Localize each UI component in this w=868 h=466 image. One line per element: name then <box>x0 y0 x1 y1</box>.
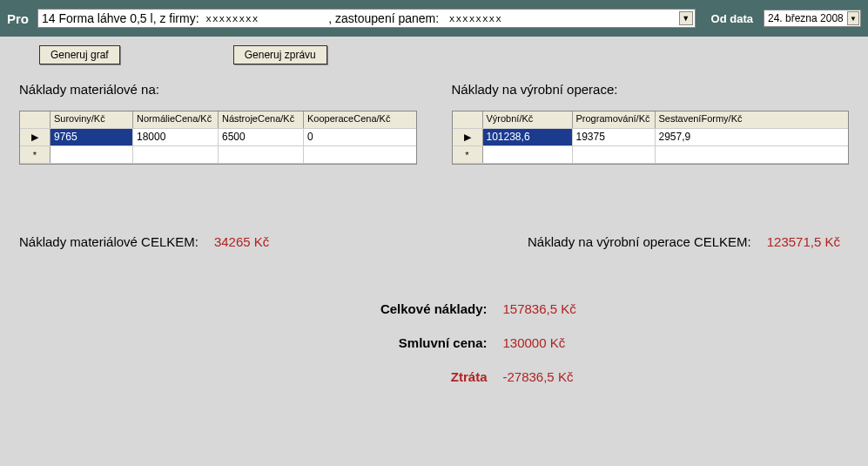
cell[interactable] <box>50 146 133 163</box>
col-header[interactable]: NormálieCena/Kč <box>133 111 219 128</box>
row-new-icon[interactable]: * <box>20 146 50 163</box>
row-selector-header <box>20 111 50 128</box>
cell[interactable] <box>483 146 573 163</box>
loss-label: Ztráta <box>244 369 488 384</box>
col-header[interactable]: Suroviny/Kč <box>50 111 133 128</box>
date-combo[interactable]: 24. března 2008 ▼ <box>764 10 861 27</box>
cell[interactable]: 101238,6 <box>483 129 573 145</box>
total-cost-label: Celkové náklady: <box>244 301 488 316</box>
top-bar: Pro 14 Forma láhve 0,5 l, z firmy: xxxxx… <box>0 0 868 37</box>
row-selector-header <box>453 111 483 128</box>
cell[interactable] <box>304 146 404 163</box>
operations-grid[interactable]: Výrobní/Kč Programování/Kč SestaveníForm… <box>452 111 850 165</box>
table-row[interactable]: ▶ 101238,6 19375 2957,9 <box>453 129 849 146</box>
main-combo-mask1: xxxxxxxx <box>205 13 259 24</box>
cell[interactable]: 2957,9 <box>656 129 749 145</box>
grid-header-row: Suroviny/Kč NormálieCena/Kč NástrojeCena… <box>20 111 416 129</box>
operations-total-label: Náklady na výrobní operace CELKEM: <box>528 234 751 249</box>
chevron-down-icon[interactable]: ▼ <box>679 11 693 25</box>
main-combo[interactable]: 14 Forma láhve 0,5 l, z firmy: xxxxxxxx … <box>37 9 696 28</box>
total-cost-value: 157836,5 Kč <box>503 301 625 316</box>
pro-label: Pro <box>7 11 29 26</box>
cell[interactable] <box>133 146 219 163</box>
col-header[interactable]: Výrobní/Kč <box>483 111 573 128</box>
table-row[interactable]: ▶ 9765 18000 6500 0 <box>20 129 416 146</box>
generate-report-button[interactable]: Generuj zprávu <box>233 45 327 64</box>
chevron-down-icon[interactable]: ▼ <box>847 11 859 25</box>
grid-header-row: Výrobní/Kč Programování/Kč SestaveníForm… <box>453 111 849 129</box>
material-grid[interactable]: Suroviny/Kč NormálieCena/Kč NástrojeCena… <box>19 111 417 165</box>
material-total-value: 34265 Kč <box>214 234 269 249</box>
loss-value: -27836,5 Kč <box>503 369 625 384</box>
main-combo-prefix: 14 Forma láhve 0,5 l, z firmy: <box>42 11 199 25</box>
main-combo-mid: , zastoupení panem: <box>328 11 439 25</box>
col-header[interactable]: KooperaceCena/Kč <box>304 111 404 128</box>
cell[interactable]: 18000 <box>133 129 219 145</box>
col-header[interactable]: NástrojeCena/Kč <box>219 111 304 128</box>
row-pointer-icon[interactable]: ▶ <box>20 129 50 145</box>
cell[interactable]: 6500 <box>219 129 304 145</box>
cell[interactable]: 0 <box>304 129 404 145</box>
row-pointer-icon[interactable]: ▶ <box>453 129 483 145</box>
material-costs-title: Náklady materiálové na: <box>19 82 417 97</box>
operation-costs-title: Náklady na výrobní operace: <box>452 82 850 97</box>
generate-graph-button[interactable]: Generuj graf <box>39 45 120 64</box>
od-data-label: Od data <box>711 12 753 25</box>
material-total-label: Náklady materiálové CELKEM: <box>19 234 198 249</box>
button-row: Generuj graf Generuj zprávu <box>0 37 868 73</box>
col-header[interactable]: Programování/Kč <box>573 111 656 128</box>
table-row-new[interactable]: * <box>20 146 416 164</box>
operations-total-value: 123571,5 Kč <box>767 234 840 249</box>
row-new-icon[interactable]: * <box>453 146 483 163</box>
date-value: 24. března 2008 <box>768 12 844 24</box>
cell[interactable] <box>219 146 304 163</box>
main-combo-mask2: xxxxxxxx <box>449 13 502 24</box>
contract-price-value: 130000 Kč <box>503 335 625 350</box>
cell[interactable]: 9765 <box>50 129 133 145</box>
contract-price-label: Smluvní cena: <box>244 335 488 350</box>
table-row-new[interactable]: * <box>453 146 849 164</box>
cell[interactable]: 19375 <box>573 129 656 145</box>
cell[interactable] <box>656 146 749 163</box>
col-header[interactable]: SestaveníFormy/Kč <box>656 111 749 128</box>
cell[interactable] <box>573 146 656 163</box>
